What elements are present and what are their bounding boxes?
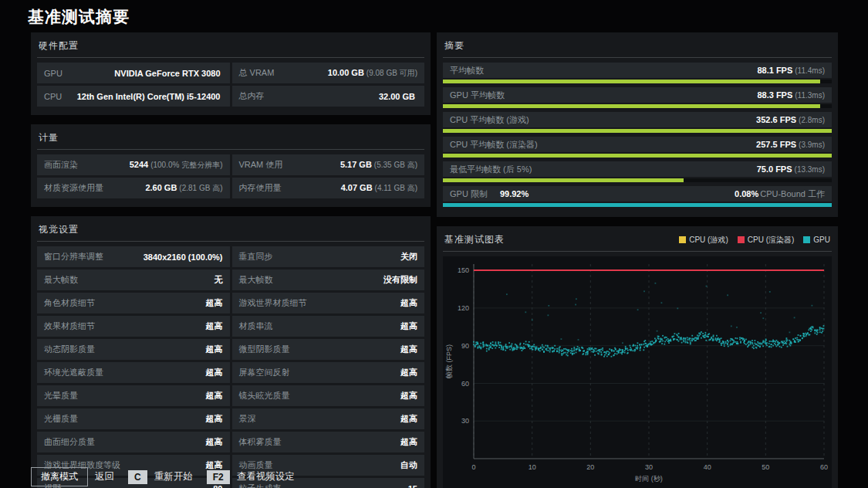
settings-row: 最大帧数无 最大帧数没有限制 bbox=[37, 269, 424, 290]
svg-text:120: 120 bbox=[458, 304, 469, 312]
svg-text:150: 150 bbox=[458, 266, 469, 274]
total-vram-value: 10.00 GB(9.08 GB 可用) bbox=[328, 68, 417, 79]
setting-cell: 窗口分辨率调整3840x2160 (100.0%) bbox=[37, 246, 230, 267]
gpu-value: NVIDIA GeForce RTX 3080 bbox=[114, 69, 222, 78]
gpu-bound-bar bbox=[443, 203, 832, 207]
chart-title: 基准测试图表 bbox=[444, 233, 505, 246]
hardware-row: GPU NVIDIA GeForce RTX 3080 总 VRAM 10.00… bbox=[37, 63, 424, 83]
setting-cell: 光晕质量超高 bbox=[37, 385, 230, 406]
setting-cell: 游戏世界材质细节超高 bbox=[232, 293, 425, 313]
svg-text:30: 30 bbox=[645, 463, 653, 471]
metrics-row: 画面渲染 5244(100.0% 完整分辨率) VRAM 使用 5.17 GB(… bbox=[37, 154, 424, 175]
fps-bar bbox=[443, 178, 832, 182]
svg-text:60: 60 bbox=[461, 380, 469, 388]
legend-cpu-game: CPU (游戏) bbox=[679, 235, 728, 246]
svg-text:40: 40 bbox=[704, 463, 711, 471]
setting-cell: 垂直同步关闭 bbox=[232, 246, 425, 267]
setting-cell: 最大帧数没有限制 bbox=[232, 269, 425, 290]
summary-row-gpu-bound: GPU 限制 99.92% 0.08% CPU-Bound 工作 bbox=[443, 186, 832, 207]
right-column: 摘要 平均帧数 88.1 FPS(11.4ms) GPU 平均帧数 88.3 F… bbox=[437, 32, 838, 488]
total-ram-label: 总内存 bbox=[239, 90, 265, 102]
left-column: 硬件配置 GPU NVIDIA GeForce RTX 3080 总 VRAM … bbox=[31, 32, 431, 488]
setting-cell: 材质串流超高 bbox=[232, 316, 425, 337]
svg-text:帧数 (FPS): 帧数 (FPS) bbox=[445, 344, 453, 378]
fps-bar bbox=[443, 104, 832, 108]
visual-settings-header: 视觉设置 bbox=[37, 221, 424, 242]
visual-settings-section: 视觉设置 窗口分辨率调整3840x2160 (100.0%) 垂直同步关闭 最大… bbox=[31, 216, 431, 488]
chart-legend: CPU (游戏) CPU (渲染器) GPU bbox=[679, 235, 830, 246]
cpu-cell: CPU 12th Gen Intel(R) Core(TM) i5-12400 bbox=[37, 86, 230, 107]
svg-text:30: 30 bbox=[461, 417, 469, 425]
setting-cell: 动态阴影质量超高 bbox=[37, 339, 230, 360]
fps-time-chart: 3060901201500102030405060时间 (秒)帧数 (FPS) bbox=[443, 256, 830, 485]
benchmark-summary-page: 基准测试摘要 硬件配置 GPU NVIDIA GeForce RTX 3080 … bbox=[0, 0, 868, 488]
cpu-render-swatch bbox=[738, 236, 745, 243]
setting-cell: 光栅质量超高 bbox=[37, 408, 230, 429]
setting-cell: 环境光遮蔽质量超高 bbox=[37, 362, 230, 383]
gpu-swatch bbox=[803, 236, 810, 243]
svg-text:10: 10 bbox=[529, 463, 536, 471]
metrics-header: 计量 bbox=[37, 129, 424, 150]
key-c-badge: C bbox=[128, 470, 147, 484]
chart-section: 基准测试图表 CPU (游戏) CPU (渲染器) GPU 3060901201… bbox=[437, 226, 838, 488]
summary-row-gpu-fps: GPU 平均帧数 88.3 FPS(11.3ms) bbox=[443, 87, 832, 108]
total-vram-label: 总 VRAM bbox=[239, 67, 275, 79]
gpu-cell: GPU NVIDIA GeForce RTX 3080 bbox=[37, 63, 230, 83]
svg-text:时间 (秒): 时间 (秒) bbox=[635, 475, 663, 483]
footer-bar: 撤离模式 返回 C 重新开始 F2 查看视频设定 bbox=[31, 467, 295, 486]
gpu-label: GPU bbox=[44, 69, 62, 78]
hardware-row: CPU 12th Gen Intel(R) Core(TM) i5-12400 … bbox=[37, 86, 424, 107]
evac-mode-button[interactable]: 撤离模式 bbox=[31, 467, 88, 486]
setting-cell: 曲面细分质量超高 bbox=[37, 432, 230, 452]
metrics-row: 材质资源使用量 2.60 GB(2.81 GB 高) 内存使用量 4.07 GB… bbox=[37, 178, 424, 198]
total-ram-value: 32.00 GB bbox=[379, 92, 417, 101]
vram-usage-cell: VRAM 使用 5.17 GB(5.35 GB 高) bbox=[232, 154, 425, 175]
summary-row-cpu-game-fps: CPU 平均帧数 (游戏) 352.6 FPS(2.8ms) bbox=[443, 112, 832, 133]
setting-cell: 景深超高 bbox=[232, 408, 425, 429]
settings-row: 曲面细分质量超高 体积雾质量超高 bbox=[37, 432, 424, 452]
summary-section: 摘要 平均帧数 88.1 FPS(11.4ms) GPU 平均帧数 88.3 F… bbox=[437, 32, 838, 217]
summary-row-cpu-render-fps: CPU 平均帧数 (渲染器) 257.5 FPS(3.9ms) bbox=[443, 137, 832, 158]
video-settings-action[interactable]: F2 查看视频设定 bbox=[207, 470, 295, 484]
legend-cpu-render: CPU (渲染器) bbox=[738, 235, 795, 246]
setting-cell: 最大帧数无 bbox=[37, 269, 230, 290]
svg-text:90: 90 bbox=[461, 342, 469, 350]
hardware-section: 硬件配置 GPU NVIDIA GeForce RTX 3080 总 VRAM … bbox=[31, 32, 431, 115]
hardware-header: 硬件配置 bbox=[37, 37, 424, 58]
setting-cell: 角色材质细节超高 bbox=[37, 293, 230, 313]
total-vram-cell: 总 VRAM 10.00 GB(9.08 GB 可用) bbox=[232, 63, 425, 83]
setting-cell: 微型阴影质量超高 bbox=[232, 339, 425, 360]
svg-text:50: 50 bbox=[762, 463, 769, 471]
settings-row: 光栅质量超高 景深超高 bbox=[37, 408, 424, 429]
frames-rendered-cell: 画面渲染 5244(100.0% 完整分辨率) bbox=[37, 154, 230, 175]
total-ram-cell: 总内存 32.00 GB bbox=[232, 86, 425, 107]
settings-row: 动态阴影质量超高 微型阴影质量超高 bbox=[37, 339, 424, 360]
settings-row: 窗口分辨率调整3840x2160 (100.0%) 垂直同步关闭 bbox=[37, 246, 424, 267]
setting-cell: 镜头眩光质量超高 bbox=[232, 385, 425, 406]
benchmark-chart: 3060901201500102030405060时间 (秒)帧数 (FPS) bbox=[443, 256, 832, 488]
cpu-label: CPU bbox=[44, 92, 62, 101]
metrics-section: 计量 画面渲染 5244(100.0% 完整分辨率) VRAM 使用 5.17 … bbox=[31, 124, 431, 207]
legend-gpu: GPU bbox=[803, 236, 830, 244]
ram-usage-cell: 内存使用量 4.07 GB(4.11 GB 高) bbox=[232, 178, 425, 198]
settings-row: 光晕质量超高 镜头眩光质量超高 bbox=[37, 385, 424, 406]
cpu-game-swatch bbox=[679, 236, 686, 243]
svg-text:20: 20 bbox=[586, 463, 594, 471]
settings-row: 效果材质细节超高 材质串流超高 bbox=[37, 316, 424, 337]
back-action[interactable]: 撤离模式 返回 bbox=[31, 467, 114, 486]
summary-row-low5-fps: 最低平均帧数 (后 5%) 75.0 FPS(13.3ms) bbox=[443, 161, 832, 182]
fps-bar bbox=[443, 154, 832, 158]
key-f2-badge: F2 bbox=[207, 470, 230, 484]
fps-bar bbox=[443, 129, 832, 133]
settings-row: 角色材质细节超高 游戏世界材质细节超高 bbox=[37, 293, 424, 313]
summary-row-avg-fps: 平均帧数 88.1 FPS(11.4ms) bbox=[443, 63, 832, 83]
fps-bar bbox=[443, 80, 832, 83]
svg-text:0: 0 bbox=[471, 463, 475, 471]
texture-usage-cell: 材质资源使用量 2.60 GB(2.81 GB 高) bbox=[37, 178, 230, 198]
setting-cell: 体积雾质量超高 bbox=[232, 432, 425, 452]
restart-action[interactable]: C 重新开始 bbox=[128, 470, 193, 484]
setting-cell: 效果材质细节超高 bbox=[37, 316, 230, 337]
summary-header: 摘要 bbox=[443, 37, 832, 58]
svg-text:60: 60 bbox=[820, 463, 828, 471]
cpu-value: 12th Gen Intel(R) Core(TM) i5-12400 bbox=[77, 92, 223, 101]
